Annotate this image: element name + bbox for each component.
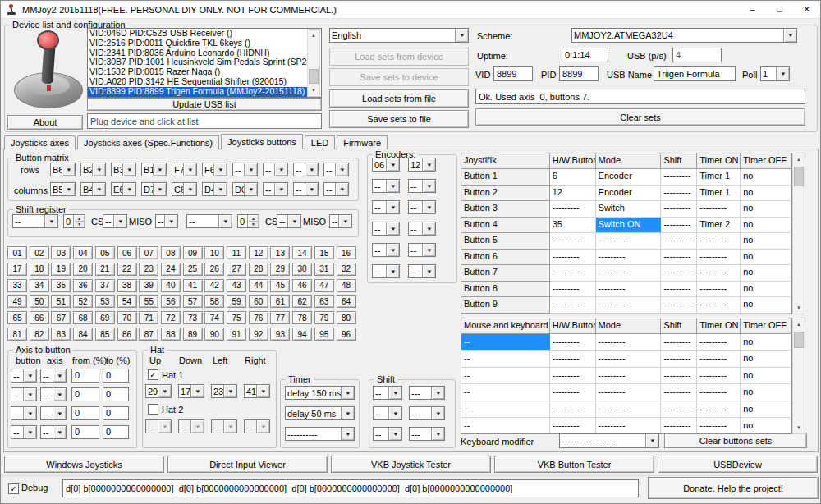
grid-button-77[interactable]: 77 <box>270 311 290 324</box>
shiftreg-1-count-spinner[interactable]: 0▲▼ <box>63 214 85 228</box>
shiftreg-1-miso-combo-arrow-button[interactable]: ▼ <box>164 215 177 227</box>
grid-button-02[interactable]: 02 <box>30 246 49 259</box>
table-cell[interactable]: --------- <box>661 250 697 266</box>
grid-button-26[interactable]: 26 <box>204 263 224 276</box>
table-cell[interactable]: Timer 1 <box>697 169 741 186</box>
device-list[interactable]: VID:046D PID:C52B USB Receiver ()VID:251… <box>87 28 322 98</box>
grid-button-17[interactable]: 17 <box>7 263 27 276</box>
matrix-col-combo-10[interactable]: --▼ <box>323 182 349 196</box>
table-cell[interactable]: 35 <box>550 218 596 234</box>
matrix-row-combo-8-arrow-button[interactable]: ▼ <box>274 163 287 176</box>
shiftreg-2-count-spinner[interactable]: 0▲▼ <box>237 214 259 228</box>
grid-button-50[interactable]: 50 <box>30 295 49 308</box>
shiftreg-2-type-combo[interactable]: --▼ <box>186 214 232 228</box>
grid-button-42[interactable]: 42 <box>204 279 224 292</box>
encoder-combo-2-b-arrow-button[interactable]: ▼ <box>422 180 435 192</box>
table-row[interactable]: --------------------------------------no <box>461 401 791 418</box>
grid-button-04[interactable]: 04 <box>73 246 93 259</box>
table-cell[interactable]: -- <box>461 368 550 384</box>
tab-led[interactable]: LED <box>305 135 335 149</box>
timer-combo-2[interactable]: delay 50 ms▼ <box>285 406 355 420</box>
matrix-row-combo-10-arrow-button[interactable]: ▼ <box>335 163 348 176</box>
grid-button-81[interactable]: 81 <box>7 328 27 341</box>
table-cell[interactable]: --------- <box>596 334 662 351</box>
axis-row-4-button-combo[interactable]: --▼ <box>11 425 37 439</box>
table-cell[interactable]: --------- <box>661 384 697 401</box>
encoder-combo-6-b-arrow-button[interactable]: ▼ <box>422 265 435 277</box>
maximize-button[interactable]: □ <box>766 1 793 17</box>
table-cell[interactable]: no <box>741 282 791 298</box>
axis-row-2-button-combo[interactable]: --▼ <box>11 387 37 401</box>
hat1-up-combo-arrow-button[interactable]: ▼ <box>158 385 171 397</box>
axis-row-2-axis-combo-arrow-button[interactable]: ▼ <box>53 388 66 401</box>
grid-button-40[interactable]: 40 <box>161 279 181 292</box>
language-combo[interactable]: English▼ <box>329 28 469 43</box>
matrix-col-combo-10-arrow-button[interactable]: ▼ <box>335 183 348 195</box>
grid-button-67[interactable]: 67 <box>51 311 71 324</box>
axis-row-1-button-combo[interactable]: --▼ <box>11 369 37 383</box>
scroll-up-icon[interactable]: ▲ <box>793 318 805 330</box>
grid-button-30[interactable]: 30 <box>292 263 312 276</box>
hat1-down-combo-arrow-button[interactable]: ▼ <box>190 385 204 397</box>
device-list-item[interactable]: VID:30B7 PID:1001 Heusinkveld Sim Pedals… <box>88 57 308 67</box>
shift-combo-1-b[interactable]: ---▼ <box>409 386 445 400</box>
table-cell[interactable]: --------- <box>550 401 596 418</box>
grid-button-52[interactable]: 52 <box>73 295 93 308</box>
load-sets-from-file-button[interactable]: Load sets from file <box>329 89 469 108</box>
matrix-row-combo-1-arrow-button[interactable]: ▼ <box>62 163 75 176</box>
table-cell[interactable]: -- <box>461 418 550 434</box>
encoder-combo-3-a-arrow-button[interactable]: ▼ <box>386 201 399 213</box>
grid-button-69[interactable]: 69 <box>95 311 115 324</box>
scroll-down-icon[interactable]: ▼ <box>793 422 805 433</box>
tab-joysticks-axes-spec-functions[interactable]: Joysticks axes (Spec.Functions) <box>77 135 219 149</box>
table-cell[interactable]: --------- <box>596 233 662 250</box>
grid-button-29[interactable]: 29 <box>270 263 290 276</box>
grid-button-58[interactable]: 58 <box>204 295 224 308</box>
table-cell[interactable]: --------- <box>550 201 596 218</box>
matrix-row-combo-3[interactable]: B3▼ <box>111 163 136 176</box>
grid-button-53[interactable]: 53 <box>95 295 115 308</box>
encoder-combo-2-b[interactable]: --▼ <box>408 179 436 193</box>
grid-button-63[interactable]: 63 <box>314 295 334 308</box>
table-row[interactable]: Button 5--------------------------------… <box>461 233 791 250</box>
matrix-row-combo-6[interactable]: F6▼ <box>202 163 227 176</box>
table-cell[interactable]: --------- <box>697 351 741 367</box>
debug-output-field[interactable] <box>62 479 639 497</box>
grid-button-27[interactable]: 27 <box>227 263 246 276</box>
grid-button-60[interactable]: 60 <box>249 295 268 308</box>
encoder-combo-6-b[interactable]: --▼ <box>408 264 436 278</box>
shiftreg-2-type-combo-arrow-button[interactable]: ▼ <box>218 215 232 227</box>
matrix-col-combo-4-arrow-button[interactable]: ▼ <box>153 183 166 195</box>
mouse-table-scrollbar[interactable]: ▲▼ <box>792 318 805 434</box>
table-cell[interactable]: --------- <box>697 334 741 351</box>
encoder-combo-5-b-arrow-button[interactable]: ▼ <box>422 244 435 256</box>
matrix-col-combo-8[interactable]: --▼ <box>263 182 288 196</box>
scroll-thumb[interactable] <box>794 167 804 186</box>
table-cell[interactable]: Button 1 <box>461 169 550 186</box>
table-row[interactable]: Button 212Encoder---------Timer 1no <box>461 186 791 202</box>
grid-button-13[interactable]: 13 <box>270 246 290 259</box>
matrix-col-combo-1-arrow-button[interactable]: ▼ <box>62 183 75 195</box>
table-cell[interactable]: no <box>741 169 791 186</box>
shift-combo-3-b[interactable]: ---▼ <box>409 427 445 441</box>
matrix-col-combo-9-arrow-button[interactable]: ▼ <box>305 183 318 195</box>
grid-button-76[interactable]: 76 <box>249 311 268 324</box>
table-cell[interactable]: no <box>741 401 791 418</box>
matrix-row-combo-3-arrow-button[interactable]: ▼ <box>122 163 135 176</box>
matrix-col-combo-7-arrow-button[interactable]: ▼ <box>244 183 257 195</box>
table-cell[interactable]: Button 2 <box>461 186 550 202</box>
matrix-col-combo-3-arrow-button[interactable]: ▼ <box>122 183 135 195</box>
matrix-row-combo-2-arrow-button[interactable]: ▼ <box>92 163 105 176</box>
grid-button-18[interactable]: 18 <box>30 263 49 276</box>
table-row[interactable]: --------------------------------------no <box>461 334 791 351</box>
grid-button-35[interactable]: 35 <box>51 279 71 292</box>
grid-button-25[interactable]: 25 <box>183 263 203 276</box>
grid-button-12[interactable]: 12 <box>249 246 268 259</box>
table-cell[interactable]: -- <box>461 351 550 367</box>
grid-button-45[interactable]: 45 <box>270 279 290 292</box>
matrix-col-combo-4[interactable]: D7▼ <box>141 182 167 196</box>
keyboard-modifier-combo[interactable]: ------------------▼ <box>559 433 659 448</box>
grid-button-31[interactable]: 31 <box>314 263 334 276</box>
grid-button-23[interactable]: 23 <box>139 263 158 276</box>
axis-row-4-button-combo-arrow-button[interactable]: ▼ <box>23 426 36 438</box>
